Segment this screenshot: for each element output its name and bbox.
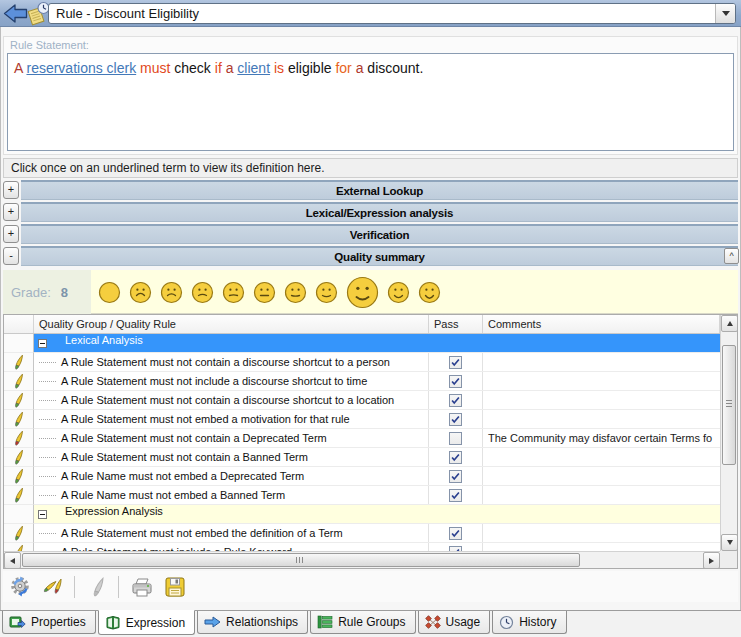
quality-rule-row[interactable]: A Rule Statement must not embed a motiva… bbox=[4, 410, 720, 429]
collapse-minus-icon[interactable] bbox=[38, 339, 47, 348]
rule-word: discount. bbox=[367, 60, 423, 76]
quality-rule-row[interactable]: A Rule Statement must not contain a disc… bbox=[4, 353, 720, 372]
panel-row-lexical-expression-analysis: +Lexical/Expression analysis bbox=[0, 202, 741, 222]
grade-smiley-0[interactable] bbox=[98, 281, 121, 304]
back-arrow-icon bbox=[3, 3, 28, 24]
grid-header-rule[interactable]: Quality Group / Quality Rule bbox=[34, 315, 429, 333]
quality-rule-row[interactable]: A Rule Name must not embed a Deprecated … bbox=[4, 467, 720, 486]
pass-checkbox[interactable] bbox=[449, 470, 462, 483]
grade-smiley-5[interactable] bbox=[253, 281, 276, 304]
panel-toggle-button-external-lookup[interactable]: + bbox=[3, 181, 19, 199]
panel-title: External Lookup bbox=[336, 185, 423, 197]
scroll-down-button[interactable] bbox=[721, 534, 738, 551]
panel-header-lexical-expression-analysis[interactable]: Lexical/Expression analysis bbox=[21, 202, 738, 222]
quality-rule-row[interactable]: A Rule Statement must not contain a Depr… bbox=[4, 429, 720, 448]
rule-cell: A Rule Statement must not contain a Depr… bbox=[34, 429, 429, 447]
rule-label: A Rule Statement must not include a disc… bbox=[61, 375, 367, 387]
pass-checkbox[interactable] bbox=[449, 394, 462, 407]
pass-checkbox[interactable] bbox=[449, 489, 462, 502]
panel-header-verification[interactable]: Verification bbox=[21, 224, 738, 244]
recalculate-button[interactable] bbox=[6, 573, 36, 601]
grade-smiley-8-selected[interactable] bbox=[346, 276, 379, 309]
horizontal-scroll-thumb[interactable] bbox=[22, 553, 580, 567]
tree-connector bbox=[39, 495, 56, 496]
rule-label: A Rule Statement must not contain a Depr… bbox=[61, 432, 327, 444]
rule-word: A bbox=[14, 60, 23, 76]
print-button[interactable] bbox=[127, 573, 157, 601]
quill-pair-icon bbox=[42, 576, 66, 598]
quality-rule-row[interactable]: A Rule Statement must not contain a disc… bbox=[4, 391, 720, 410]
quill-pass-icon bbox=[11, 411, 26, 427]
tab-rule-groups[interactable]: Rule Groups bbox=[310, 611, 415, 634]
comment-cell: The Community may disfavor certain Terms… bbox=[483, 429, 720, 447]
tab-relationships[interactable]: Relationships bbox=[197, 611, 308, 634]
grid-header-comments[interactable]: Comments bbox=[483, 315, 720, 333]
quality-rule-row[interactable]: A Rule Statement must not embed the defi… bbox=[4, 524, 720, 543]
tab-history[interactable]: History bbox=[492, 611, 566, 634]
pass-checkbox[interactable] bbox=[449, 356, 462, 369]
rule-word: is bbox=[274, 60, 284, 76]
term-link[interactable]: reservations clerk bbox=[26, 60, 136, 76]
horizontal-scrollbar[interactable] bbox=[4, 551, 720, 568]
panel-header-quality-summary[interactable]: Quality summary bbox=[21, 246, 738, 266]
panel-toggle-button-lexical-expression-analysis[interactable]: + bbox=[3, 203, 19, 221]
panel-header-external-lookup[interactable]: External Lookup bbox=[21, 180, 738, 200]
comment-cell bbox=[483, 410, 720, 428]
stamp-button[interactable] bbox=[83, 573, 113, 601]
grade-smiley-6[interactable] bbox=[284, 281, 307, 304]
rule-word: a bbox=[356, 60, 364, 76]
rule-cell: A Rule Name must not embed a Deprecated … bbox=[34, 467, 429, 485]
quality-group-row-expression-analysis[interactable]: Expression Analysis bbox=[4, 505, 720, 524]
panel-toggle-button-verification[interactable]: + bbox=[3, 225, 19, 243]
grade-value: 8 bbox=[61, 285, 68, 300]
panel-scroll-up-button[interactable]: ^ bbox=[724, 248, 739, 264]
comment-cell bbox=[483, 524, 720, 542]
grade-smiley-9[interactable] bbox=[387, 281, 410, 304]
tab-expression[interactable]: Expression bbox=[98, 610, 195, 635]
grade-smiley-7[interactable] bbox=[315, 281, 338, 304]
toolbar-separator bbox=[118, 576, 119, 598]
tab-properties[interactable]: Properties bbox=[2, 611, 96, 634]
vertical-scroll-thumb[interactable] bbox=[722, 345, 736, 465]
pass-checkbox[interactable] bbox=[449, 451, 462, 464]
bottom-toolbar bbox=[3, 571, 738, 602]
scroll-up-button[interactable] bbox=[721, 315, 738, 332]
term-link[interactable]: client bbox=[237, 60, 270, 76]
pass-checkbox[interactable] bbox=[449, 413, 462, 426]
dropdown-arrow-icon[interactable] bbox=[715, 4, 735, 23]
vertical-scrollbar[interactable] bbox=[720, 315, 737, 551]
scroll-left-button[interactable] bbox=[4, 552, 21, 569]
grade-smiley-1[interactable] bbox=[129, 281, 152, 304]
tab-label: Expression bbox=[126, 616, 185, 630]
back-button[interactable] bbox=[2, 2, 28, 25]
rule-statement-editor[interactable]: A reservations clerk must check if a cli… bbox=[7, 53, 734, 151]
quality-rule-row[interactable]: A Rule Statement must include a Rule Key… bbox=[4, 543, 720, 551]
rule-cell: A Rule Statement must not embed the defi… bbox=[34, 524, 429, 542]
grade-smiley-2[interactable] bbox=[160, 281, 183, 304]
grid-header-pass[interactable]: Pass bbox=[429, 315, 483, 333]
pass-checkbox[interactable] bbox=[449, 432, 462, 445]
grade-smiley-4[interactable] bbox=[222, 281, 245, 304]
tab-usage[interactable]: Usage bbox=[418, 611, 491, 634]
pass-checkbox[interactable] bbox=[449, 375, 462, 388]
tree-connector bbox=[39, 476, 56, 477]
titlebar: Rule - Discount Eligibility bbox=[0, 0, 741, 27]
rule-word: a bbox=[226, 60, 234, 76]
grade-smiley-10[interactable] bbox=[418, 281, 441, 304]
scroll-right-button[interactable] bbox=[703, 552, 720, 569]
rule-editor-window: Rule - Discount Eligibility Rule Stateme… bbox=[0, 0, 741, 637]
quality-rule-row[interactable]: A Rule Name must not embed a Banned Term bbox=[4, 486, 720, 505]
tree-connector bbox=[39, 457, 56, 458]
rule-selector-combobox[interactable]: Rule - Discount Eligibility bbox=[48, 3, 736, 24]
comment-cell bbox=[483, 486, 720, 504]
quality-rule-row[interactable]: A Rule Statement must not contain a Bann… bbox=[4, 448, 720, 467]
save-button[interactable] bbox=[160, 573, 190, 601]
quality-rule-row[interactable]: A Rule Statement must not include a disc… bbox=[4, 372, 720, 391]
pass-checkbox[interactable] bbox=[449, 527, 462, 540]
analyze-button[interactable] bbox=[39, 573, 69, 601]
panel-toggle-button-quality-summary[interactable]: - bbox=[3, 247, 19, 265]
quill-pass-icon bbox=[11, 544, 26, 551]
grade-smiley-3[interactable] bbox=[191, 281, 214, 304]
quality-group-row-lexical-analysis[interactable]: Lexical Analysis bbox=[4, 334, 720, 353]
collapse-minus-icon[interactable] bbox=[38, 510, 47, 519]
